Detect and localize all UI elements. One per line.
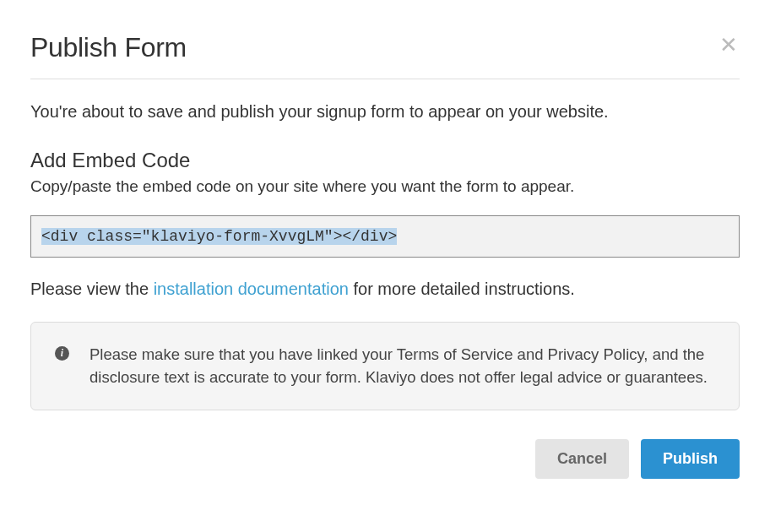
docs-post: for more detailed instructions. <box>349 280 575 298</box>
docs-pre: Please view the <box>30 280 154 298</box>
modal-footer: Cancel Publish <box>30 439 740 479</box>
docs-link[interactable]: installation documentation <box>154 280 349 298</box>
close-icon[interactable]: ✕ <box>718 32 740 57</box>
publish-button[interactable]: Publish <box>641 439 740 479</box>
notice-text: Please make sure that you have linked yo… <box>89 343 715 390</box>
info-icon: i <box>55 346 69 361</box>
embed-code-box[interactable]: <div class="klaviyo-form-XvvgLM"></div> <box>30 215 740 258</box>
modal-header: Publish Form ✕ <box>30 32 740 79</box>
embed-heading: Add Embed Code <box>30 149 740 172</box>
docs-line: Please view the installation documentati… <box>30 276 740 301</box>
notice-box: i Please make sure that you have linked … <box>30 322 740 411</box>
embed-subtext: Copy/paste the embed code on your site w… <box>30 176 740 198</box>
cancel-button[interactable]: Cancel <box>535 439 629 479</box>
modal-title: Publish Form <box>30 32 187 63</box>
intro-text: You're about to save and publish your si… <box>30 100 740 123</box>
embed-code-text: <div class="klaviyo-form-XvvgLM"></div> <box>41 228 397 245</box>
